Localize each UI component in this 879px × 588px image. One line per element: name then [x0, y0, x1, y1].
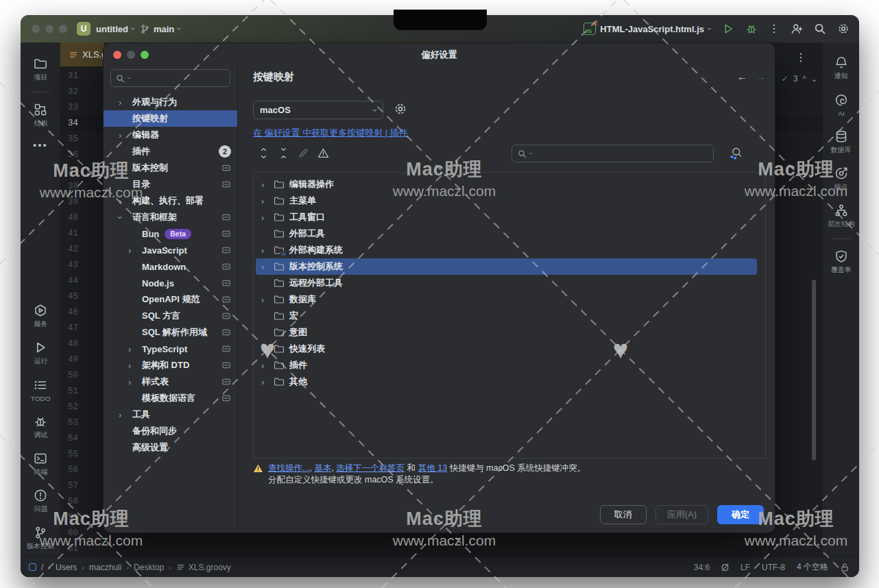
settings-item-javascript[interactable]: JavaScript [104, 242, 237, 258]
find-by-shortcut-icon[interactable] [729, 147, 743, 160]
editor-options-button[interactable]: ⋮ [795, 51, 806, 64]
prev-problem-button[interactable]: ^ [803, 75, 806, 83]
settings-item-advanced[interactable]: 高级设置 [104, 439, 237, 456]
search-everywhere-icon[interactable] [814, 23, 826, 35]
settings-item-nodejs[interactable]: Node.js [104, 275, 237, 291]
tool-debug[interactable]: 调试 [21, 408, 60, 445]
breadcrumb[interactable]: / › Users › maczhuli › Desktop › XLS.gro… [29, 563, 231, 572]
keymap-group-database[interactable]: 数据库 [256, 291, 757, 308]
keymap-settings-gear-icon[interactable] [394, 102, 407, 116]
settings-item-sql-resolution[interactable]: SQL 解析作用域 [104, 324, 237, 341]
keymap-group-remote-external-tools[interactable]: 远程外部工具 [256, 275, 757, 291]
tool-services[interactable]: 服务 [21, 297, 60, 334]
editor-tab[interactable]: XLS.g [60, 42, 104, 66]
conflict-link-others[interactable]: 其他 13 [418, 463, 447, 473]
expand-all-icon[interactable] [258, 147, 269, 159]
settings-item-appearance[interactable]: 外观与行为 [104, 94, 237, 110]
breadcrumb-file[interactable]: XLS.groovy [176, 563, 231, 572]
run-button[interactable] [722, 23, 734, 35]
line-separator[interactable]: LF [740, 563, 750, 572]
settings-item-editor[interactable]: 编辑器 [104, 127, 237, 143]
settings-item-version-control[interactable]: 版本控制 [104, 160, 237, 176]
tool-database[interactable]: 数据库 [823, 123, 859, 160]
minimize-window-button[interactable] [45, 25, 53, 33]
keymap-group-external-tools[interactable]: 外部工具 [256, 225, 757, 242]
window-traffic-lights[interactable] [32, 25, 67, 33]
keymap-group-quick-lists[interactable]: 快速列表 [256, 341, 757, 357]
tool-terminal[interactable]: 终端 [21, 445, 60, 482]
edit-shortcut-icon[interactable] [298, 147, 309, 159]
tool-notifications[interactable]: 通知 [823, 49, 859, 86]
settings-item-markdown[interactable]: Markdown [104, 258, 237, 275]
tool-problems[interactable]: 问题 [21, 482, 60, 519]
back-arrow-icon[interactable]: ← [737, 71, 747, 82]
more-tool-windows-button[interactable]: ••• [33, 134, 48, 156]
inspections-widget[interactable]: ✓ 3 ^ ⌄ [782, 74, 817, 84]
cancel-button[interactable]: 取消 [600, 505, 647, 524]
conflict-link-basic[interactable]: 基本 [314, 463, 331, 473]
settings-item-languages[interactable]: 语言和框架 [104, 209, 237, 225]
next-problem-button[interactable]: ⌄ [811, 75, 817, 84]
tool-run[interactable]: 运行 [21, 334, 60, 371]
debug-button[interactable] [745, 23, 758, 35]
tool-ai[interactable]: AI [823, 86, 859, 123]
tool-endpoints[interactable]: 端点 [823, 160, 859, 197]
settings-item-plugins[interactable]: 插件2 [104, 143, 237, 160]
keymap-group-editor-actions[interactable]: 编辑器操作 [256, 176, 757, 193]
keymap-group-macros[interactable]: 宏 [256, 308, 757, 324]
vcs-widget[interactable]: main › [140, 24, 180, 34]
settings-item-schemas-dtd[interactable]: 架构和 DTD [104, 357, 237, 373]
highlighting-level-icon[interactable]: Ø [721, 562, 729, 573]
tool-structure[interactable]: 结构 [21, 97, 60, 134]
file-encoding[interactable]: UTF-8 [762, 563, 785, 572]
breadcrumb-item[interactable]: / [41, 563, 43, 572]
get-more-keymaps-link[interactable]: 在 偏好设置 中获取更多按键映射 | 插件 [253, 127, 408, 139]
breadcrumb-item[interactable]: Desktop [134, 563, 164, 572]
show-conflicts-icon[interactable] [317, 147, 329, 159]
settings-gear-icon[interactable] [837, 23, 850, 35]
settings-search-field[interactable]: › [110, 69, 230, 87]
tool-project[interactable]: 项目 [21, 51, 60, 88]
settings-item-bun[interactable]: BunBeta [104, 225, 237, 242]
breadcrumb-item[interactable]: Users [56, 563, 77, 572]
unlock-icon[interactable] [840, 563, 850, 572]
indent-style[interactable]: 4 个空格 [797, 561, 828, 573]
run-configuration-widget[interactable]: JS✕ HTML-JavaScript.html.js › [583, 23, 711, 35]
keymap-group-external-build[interactable]: 外部构建系统 [256, 242, 757, 258]
tool-todo[interactable]: TODO [21, 371, 60, 408]
project-widget[interactable]: untitled › [96, 24, 134, 34]
keymap-group-plugins[interactable]: 插件 [256, 357, 757, 373]
editor-scrollbar[interactable] [812, 280, 816, 461]
settings-item-build[interactable]: 构建、执行、部署 [104, 193, 237, 209]
conflict-link-find-action[interactable]: 查找操作... [268, 463, 309, 473]
caret-position[interactable]: 34:6 [694, 563, 710, 572]
settings-item-sql-dialects[interactable]: SQL 方言 [104, 308, 237, 324]
collapse-all-icon[interactable] [278, 147, 289, 159]
keymap-scheme-select[interactable]: macOS › [253, 101, 383, 119]
keymap-search-input[interactable] [534, 149, 708, 158]
settings-item-typescript[interactable]: TypeScript [104, 341, 237, 357]
settings-item-template-languages[interactable]: 模板数据语言 [104, 390, 237, 406]
code-with-me-icon[interactable] [791, 23, 803, 35]
settings-item-backup-sync[interactable]: 备份和同步 [104, 423, 237, 439]
keymap-group-intentions[interactable]: 意图 [256, 324, 757, 341]
apply-button[interactable]: 应用(A) [655, 505, 708, 524]
settings-item-stylesheets[interactable]: 样式表 [104, 373, 237, 390]
keymap-group-other[interactable]: 其他 [256, 373, 757, 390]
keymap-search-field[interactable]: › [511, 145, 714, 162]
conflict-link-next-tab[interactable]: 选择下一个标签页 [336, 463, 405, 473]
ok-button[interactable]: 确定 [717, 505, 764, 524]
zoom-window-button[interactable] [59, 25, 67, 33]
settings-item-openapi[interactable]: OpenAPI 规范 [104, 291, 237, 308]
tool-coverage[interactable]: 覆盖率 [823, 243, 859, 280]
keymap-group-version-control[interactable]: 版本控制系统 [256, 258, 757, 275]
keymap-group-tool-windows[interactable]: 工具窗口 [256, 209, 757, 225]
help-button[interactable]: ? [113, 509, 128, 524]
keymap-group-main-menu[interactable]: 主菜单 [256, 193, 757, 209]
settings-item-tools[interactable]: 工具 [104, 406, 237, 423]
settings-item-keymap[interactable]: 按键映射 [104, 110, 237, 127]
more-actions-button[interactable]: ⋮ [769, 23, 780, 34]
breadcrumb-item[interactable]: maczhuli [89, 563, 121, 572]
close-window-button[interactable] [32, 25, 40, 33]
settings-search-input[interactable] [132, 73, 225, 83]
